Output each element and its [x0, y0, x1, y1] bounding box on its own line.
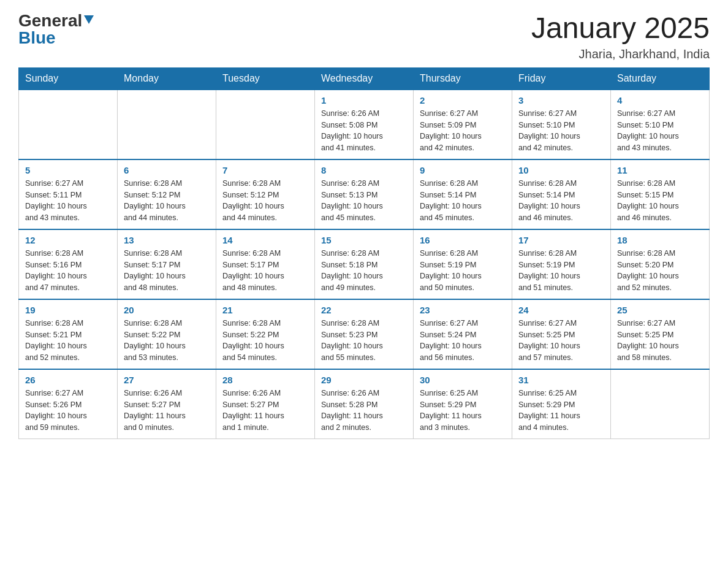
day-number: 1: [321, 95, 407, 105]
calendar-cell: [19, 90, 118, 159]
day-number: 27: [124, 375, 210, 385]
day-number: 17: [518, 235, 604, 245]
calendar-cell: 24Sunrise: 6:27 AM Sunset: 5:25 PM Dayli…: [512, 299, 611, 369]
calendar-cell: 8Sunrise: 6:28 AM Sunset: 5:13 PM Daylig…: [315, 159, 414, 229]
logo-general-text: General: [18, 12, 82, 29]
day-info: Sunrise: 6:28 AM Sunset: 5:18 PM Dayligh…: [321, 248, 407, 294]
day-info: Sunrise: 6:27 AM Sunset: 5:26 PM Dayligh…: [25, 388, 111, 434]
day-number: 9: [420, 165, 506, 175]
day-info: Sunrise: 6:27 AM Sunset: 5:11 PM Dayligh…: [25, 178, 111, 224]
column-header-wednesday: Wednesday: [315, 67, 414, 90]
day-info: Sunrise: 6:28 AM Sunset: 5:16 PM Dayligh…: [25, 248, 111, 294]
calendar-cell: 13Sunrise: 6:28 AM Sunset: 5:17 PM Dayli…: [118, 229, 216, 299]
calendar-cell: 2Sunrise: 6:27 AM Sunset: 5:09 PM Daylig…: [414, 90, 512, 159]
day-info: Sunrise: 6:28 AM Sunset: 5:22 PM Dayligh…: [124, 318, 210, 364]
day-number: 29: [321, 375, 407, 385]
calendar-cell: 1Sunrise: 6:26 AM Sunset: 5:08 PM Daylig…: [315, 90, 414, 159]
logo-triangle-icon: [84, 15, 94, 24]
day-number: 26: [25, 375, 111, 385]
day-info: Sunrise: 6:28 AM Sunset: 5:12 PM Dayligh…: [124, 178, 210, 224]
calendar-cell: 23Sunrise: 6:27 AM Sunset: 5:24 PM Dayli…: [414, 299, 512, 369]
calendar-cell: 14Sunrise: 6:28 AM Sunset: 5:17 PM Dayli…: [216, 229, 315, 299]
day-info: Sunrise: 6:26 AM Sunset: 5:08 PM Dayligh…: [321, 108, 407, 154]
calendar-cell: 9Sunrise: 6:28 AM Sunset: 5:14 PM Daylig…: [414, 159, 512, 229]
day-info: Sunrise: 6:28 AM Sunset: 5:22 PM Dayligh…: [222, 318, 308, 364]
column-header-saturday: Saturday: [611, 67, 710, 90]
day-number: 6: [124, 165, 210, 175]
calendar-cell: 26Sunrise: 6:27 AM Sunset: 5:26 PM Dayli…: [19, 369, 118, 439]
day-info: Sunrise: 6:28 AM Sunset: 5:12 PM Dayligh…: [222, 178, 308, 224]
day-number: 3: [518, 95, 604, 105]
calendar-cell: 28Sunrise: 6:26 AM Sunset: 5:27 PM Dayli…: [216, 369, 315, 439]
day-number: 13: [124, 235, 210, 245]
calendar-cell: 20Sunrise: 6:28 AM Sunset: 5:22 PM Dayli…: [118, 299, 216, 369]
column-header-tuesday: Tuesday: [216, 67, 315, 90]
day-info: Sunrise: 6:26 AM Sunset: 5:28 PM Dayligh…: [321, 388, 407, 434]
calendar-cell: 6Sunrise: 6:28 AM Sunset: 5:12 PM Daylig…: [118, 159, 216, 229]
day-info: Sunrise: 6:27 AM Sunset: 5:10 PM Dayligh…: [617, 108, 703, 154]
column-header-thursday: Thursday: [414, 67, 512, 90]
day-number: 15: [321, 235, 407, 245]
calendar-cell: 16Sunrise: 6:28 AM Sunset: 5:19 PM Dayli…: [414, 229, 512, 299]
day-info: Sunrise: 6:28 AM Sunset: 5:17 PM Dayligh…: [222, 248, 308, 294]
calendar-cell: 18Sunrise: 6:28 AM Sunset: 5:20 PM Dayli…: [611, 229, 710, 299]
day-number: 11: [617, 165, 703, 175]
day-info: Sunrise: 6:27 AM Sunset: 5:10 PM Dayligh…: [518, 108, 604, 154]
calendar-cell: 5Sunrise: 6:27 AM Sunset: 5:11 PM Daylig…: [19, 159, 118, 229]
day-number: 19: [25, 305, 111, 315]
calendar-table: SundayMondayTuesdayWednesdayThursdayFrid…: [18, 67, 710, 439]
day-number: 23: [420, 305, 506, 315]
calendar-cell: 29Sunrise: 6:26 AM Sunset: 5:28 PM Dayli…: [315, 369, 414, 439]
day-info: Sunrise: 6:27 AM Sunset: 5:09 PM Dayligh…: [420, 108, 506, 154]
calendar-cell: 30Sunrise: 6:25 AM Sunset: 5:29 PM Dayli…: [414, 369, 512, 439]
day-number: 5: [25, 165, 111, 175]
day-number: 7: [222, 165, 308, 175]
week-row-1: 1Sunrise: 6:26 AM Sunset: 5:08 PM Daylig…: [19, 90, 710, 159]
day-number: 10: [518, 165, 604, 175]
day-number: 16: [420, 235, 506, 245]
column-header-friday: Friday: [512, 67, 611, 90]
day-info: Sunrise: 6:25 AM Sunset: 5:29 PM Dayligh…: [420, 388, 506, 434]
day-number: 18: [617, 235, 703, 245]
day-number: 4: [617, 95, 703, 105]
day-number: 30: [420, 375, 506, 385]
week-row-4: 19Sunrise: 6:28 AM Sunset: 5:21 PM Dayli…: [19, 299, 710, 369]
day-info: Sunrise: 6:28 AM Sunset: 5:13 PM Dayligh…: [321, 178, 407, 224]
calendar-cell: 15Sunrise: 6:28 AM Sunset: 5:18 PM Dayli…: [315, 229, 414, 299]
column-header-sunday: Sunday: [19, 67, 118, 90]
month-title: January 2025: [531, 12, 710, 45]
day-info: Sunrise: 6:28 AM Sunset: 5:23 PM Dayligh…: [321, 318, 407, 364]
day-number: 21: [222, 305, 308, 315]
calendar-cell: 11Sunrise: 6:28 AM Sunset: 5:15 PM Dayli…: [611, 159, 710, 229]
day-info: Sunrise: 6:28 AM Sunset: 5:15 PM Dayligh…: [617, 178, 703, 224]
day-info: Sunrise: 6:27 AM Sunset: 5:25 PM Dayligh…: [617, 318, 703, 364]
week-row-2: 5Sunrise: 6:27 AM Sunset: 5:11 PM Daylig…: [19, 159, 710, 229]
calendar-cell: [611, 369, 710, 439]
day-number: 14: [222, 235, 308, 245]
day-number: 28: [222, 375, 308, 385]
day-info: Sunrise: 6:28 AM Sunset: 5:14 PM Dayligh…: [420, 178, 506, 224]
day-info: Sunrise: 6:27 AM Sunset: 5:25 PM Dayligh…: [518, 318, 604, 364]
day-info: Sunrise: 6:28 AM Sunset: 5:17 PM Dayligh…: [124, 248, 210, 294]
day-info: Sunrise: 6:25 AM Sunset: 5:29 PM Dayligh…: [518, 388, 604, 434]
calendar-cell: 7Sunrise: 6:28 AM Sunset: 5:12 PM Daylig…: [216, 159, 315, 229]
day-number: 20: [124, 305, 210, 315]
calendar-cell: [216, 90, 315, 159]
calendar-cell: 31Sunrise: 6:25 AM Sunset: 5:29 PM Dayli…: [512, 369, 611, 439]
calendar-cell: 19Sunrise: 6:28 AM Sunset: 5:21 PM Dayli…: [19, 299, 118, 369]
logo-blue-text: Blue: [18, 29, 56, 47]
calendar-header-row: SundayMondayTuesdayWednesdayThursdayFrid…: [19, 67, 710, 90]
week-row-3: 12Sunrise: 6:28 AM Sunset: 5:16 PM Dayli…: [19, 229, 710, 299]
day-info: Sunrise: 6:28 AM Sunset: 5:19 PM Dayligh…: [518, 248, 604, 294]
calendar-cell: 22Sunrise: 6:28 AM Sunset: 5:23 PM Dayli…: [315, 299, 414, 369]
day-number: 2: [420, 95, 506, 105]
calendar-cell: 27Sunrise: 6:26 AM Sunset: 5:27 PM Dayli…: [118, 369, 216, 439]
column-header-monday: Monday: [118, 67, 216, 90]
calendar-cell: 12Sunrise: 6:28 AM Sunset: 5:16 PM Dayli…: [19, 229, 118, 299]
calendar-cell: 10Sunrise: 6:28 AM Sunset: 5:14 PM Dayli…: [512, 159, 611, 229]
day-number: 12: [25, 235, 111, 245]
day-number: 25: [617, 305, 703, 315]
day-info: Sunrise: 6:26 AM Sunset: 5:27 PM Dayligh…: [222, 388, 308, 434]
calendar-cell: 21Sunrise: 6:28 AM Sunset: 5:22 PM Dayli…: [216, 299, 315, 369]
day-info: Sunrise: 6:28 AM Sunset: 5:20 PM Dayligh…: [617, 248, 703, 294]
